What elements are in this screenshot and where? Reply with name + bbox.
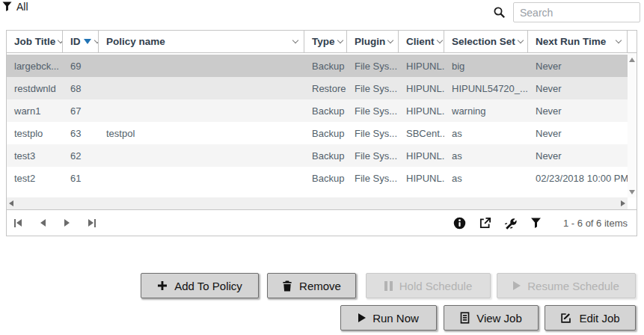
filter-chip[interactable]: All [2,1,28,13]
pager-range-label: 1 - 6 of 6 items [563,218,628,229]
chevron-down-icon[interactable] [616,37,622,43]
scroll-down-icon[interactable] [629,190,635,194]
table-row-selected[interactable]: largebck... 69 Backup File Sys... HIPUNL… [7,55,628,77]
cell-type: Backup [304,173,347,184]
chevron-down-icon[interactable] [337,37,343,43]
column-label: Policy name [106,36,165,47]
chevron-down-icon[interactable] [518,37,524,43]
cell-job-title: test2 [7,173,63,184]
search-input[interactable] [513,2,640,22]
grid-header-row: Job Title ID Policy name Type Plugin Cli… [7,31,637,53]
cell-plugin: File Sys... [347,150,399,162]
pager-prev-button[interactable] [40,219,46,227]
column-label: Next Run Time [536,36,606,47]
scroll-left-icon[interactable] [9,200,13,206]
cell-next-run-time: Never [528,105,628,117]
export-icon[interactable] [479,217,491,230]
column-header-id[interactable]: ID [63,31,99,52]
column-header-type[interactable]: Type [304,31,347,52]
column-label: Client [406,36,435,47]
pager-first-button[interactable] [14,219,22,227]
cell-policy-name: testpol [99,128,304,139]
column-header-selection-set[interactable]: Selection Set [444,31,528,52]
chevron-down-icon[interactable] [292,37,298,43]
chevron-down-icon[interactable] [58,37,63,43]
table-row[interactable]: restdwnld 68 Restore File Sys... HIPUNL.… [7,77,628,99]
cell-client: HIPUNL... [399,173,444,184]
trash-icon [282,280,292,292]
run-now-button[interactable]: Run Now [340,305,437,331]
button-label: View Job [476,312,522,325]
button-label: Edit Job [579,312,619,325]
column-label: Plugin [355,36,385,47]
cell-type: Backup [304,105,347,117]
cell-job-title: test3 [7,150,63,162]
cell-selection-set: warning [444,105,528,117]
button-label: Run Now [372,312,419,325]
cell-job-title: largebck... [7,61,63,72]
cell-type: Restore [304,83,347,94]
cell-client: HIPUNL... [399,83,444,94]
chevron-down-icon[interactable] [436,37,442,43]
play-icon [358,313,366,322]
cell-id: 69 [63,61,99,72]
cell-id: 67 [63,105,99,117]
view-job-button[interactable]: View Job [444,305,539,331]
cell-plugin: File Sys... [347,61,399,72]
scroll-right-icon[interactable] [621,200,625,206]
edit-job-button[interactable]: Edit Job [545,305,636,331]
cell-id: 62 [63,150,99,162]
cell-client: HIPUNL... [399,150,444,162]
cell-next-run-time: Never [528,150,628,162]
grid-pager: 1 - 6 of 6 items [7,209,637,236]
button-label: Add To Policy [174,280,242,292]
chevron-down-icon[interactable] [93,37,99,43]
column-header-client[interactable]: Client [399,31,444,52]
scroll-up-icon[interactable] [629,58,635,62]
vertical-scrollbar[interactable] [628,53,637,197]
pager-next-button[interactable] [64,219,70,227]
cell-type: Backup [304,150,347,162]
cell-id: 68 [63,83,99,94]
remove-button[interactable]: Remove [267,273,356,298]
horizontal-scrollbar[interactable] [7,197,628,209]
table-row[interactable]: test2 61 Backup File Sys... HIPUNL... as… [7,167,628,189]
wrench-icon[interactable] [504,216,518,230]
cell-job-title: testplo [7,128,63,139]
grid-body: largebck... 69 Backup File Sys... HIPUNL… [7,53,628,197]
column-label: Selection Set [452,36,515,47]
cell-selection-set: HIPUNL54720_... [444,83,528,94]
funnel-icon[interactable] [2,1,12,12]
cell-client: HIPUNL... [399,105,444,117]
cell-job-title: warn1 [7,105,63,117]
cell-client: SBCent... [399,128,444,139]
filter-icon[interactable] [530,218,542,229]
cell-next-run-time: Never [528,61,628,72]
table-row[interactable]: test3 62 Backup File Sys... HIPUNL... as… [7,144,628,167]
cell-plugin: File Sys... [347,83,399,94]
column-header-policy-name[interactable]: Policy name [99,31,304,52]
cell-type: Backup [304,61,347,72]
cell-selection-set: big [444,61,528,72]
pager-last-button[interactable] [88,219,96,227]
column-header-plugin[interactable]: Plugin [347,31,399,52]
add-to-policy-button[interactable]: Add To Policy [141,273,259,298]
cell-selection-set: as [444,128,528,139]
cell-job-title: restdwnld [7,83,63,94]
info-icon[interactable] [453,217,466,230]
edit-icon [560,312,572,324]
table-row[interactable]: warn1 67 Backup File Sys... HIPUNL... wa… [7,99,628,122]
page: All Job Title ID Policy name Type [0,0,644,335]
table-row[interactable]: testplo 63 testpol Backup File Sys... SB… [7,122,628,144]
cell-selection-set: as [444,150,528,162]
jobs-grid: Job Title ID Policy name Type Plugin Cli… [6,30,637,236]
column-header-job-title[interactable]: Job Title [7,31,63,52]
cell-id: 63 [63,128,99,139]
column-header-next-run-time[interactable]: Next Run Time [528,31,628,52]
pause-icon [384,281,393,291]
button-label: Remove [299,280,341,292]
chevron-down-icon[interactable] [387,37,393,43]
cell-next-run-time: Never [528,83,628,94]
column-label: Job Title [14,36,55,47]
resume-schedule-button: Resume Schedule [497,273,636,298]
